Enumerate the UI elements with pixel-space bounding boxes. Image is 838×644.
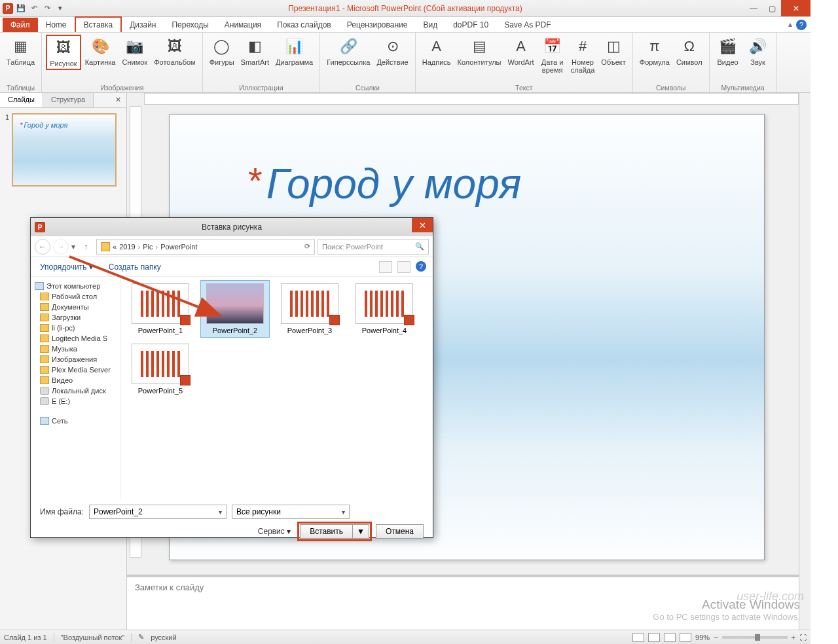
tree-item[interactable]: Logitech Media S xyxy=(33,333,118,344)
qat-more-icon[interactable]: ▾ xyxy=(55,3,65,14)
title-bar: P 💾 ↶ ↷ ▾ Презентация1 - Microsoft Power… xyxy=(0,0,811,17)
preview-pane-icon[interactable] xyxy=(397,261,410,273)
insert-button[interactable]: Вставить▼ xyxy=(300,524,369,539)
file-item[interactable]: PowerPoint_3 xyxy=(276,281,344,337)
file-item[interactable]: PowerPoint_1 xyxy=(126,281,194,337)
tree-item[interactable]: Музыка xyxy=(33,344,118,354)
nav-up-icon[interactable]: ↑ xyxy=(78,239,94,255)
ribbon-действие[interactable]: ⊙Действие xyxy=(374,35,410,67)
ribbon-видео[interactable]: 🎬Видео xyxy=(714,35,742,67)
tab-transitions[interactable]: Переходы xyxy=(164,18,216,32)
help-icon[interactable]: ? xyxy=(796,20,807,30)
status-slide: Слайд 1 из 1 xyxy=(4,634,47,641)
ribbon-колонтитулы[interactable]: ▤Колонтитулы xyxy=(455,35,504,67)
status-language[interactable]: русский xyxy=(151,634,176,641)
ribbon-фотоальбом[interactable]: 🖼Фотоальбом xyxy=(151,35,198,67)
filename-input[interactable]: PowerPoint_2▾ xyxy=(89,505,227,519)
view-mode-icon[interactable] xyxy=(379,261,392,273)
zoom-slider[interactable] xyxy=(722,636,788,639)
ribbon-таблица[interactable]: ▦Таблица xyxy=(4,35,37,67)
ribbon-гиперссылка[interactable]: 🔗Гиперссылка xyxy=(324,35,373,67)
ribbon-фигуры[interactable]: ◯Фигуры xyxy=(207,35,237,67)
view-reading-icon[interactable] xyxy=(664,633,676,642)
ribbon-символ[interactable]: ΩСимвол xyxy=(674,35,705,67)
ribbon-дата-и-время[interactable]: 📅Дата и время xyxy=(538,35,567,75)
ribbon-рисунок[interactable]: 🖼Рисунок xyxy=(46,35,81,70)
minimize-button[interactable]: — xyxy=(744,0,763,16)
slide-thumbnail[interactable]: Город у моря xyxy=(12,113,117,187)
slide-title[interactable]: *Город у моря xyxy=(248,159,521,208)
path-box[interactable]: « 2019› Pic› PowerPoint ⟳ xyxy=(96,239,315,255)
ribbon-картинка[interactable]: 🎨Картинка xyxy=(82,35,118,67)
panel-close-icon[interactable]: ✕ xyxy=(110,93,126,107)
zoom-out-icon[interactable]: − xyxy=(714,634,718,641)
dialog-app-icon: P xyxy=(35,222,45,232)
tab-file[interactable]: Файл xyxy=(3,18,38,32)
tree-item[interactable]: Видео xyxy=(33,375,118,385)
tree-item[interactable]: E (E:) xyxy=(33,396,118,406)
tab-saveaspdf[interactable]: Save As PDF xyxy=(496,18,558,32)
dialog-close-button[interactable]: ✕ xyxy=(412,218,433,232)
tree-item[interactable]: li (li-pc) xyxy=(33,323,118,333)
tab-dopdf[interactable]: doPDF 10 xyxy=(445,18,496,32)
service-button[interactable]: Сервис ▾ xyxy=(258,527,291,536)
view-sorter-icon[interactable] xyxy=(648,633,660,642)
panel-tab-outline[interactable]: Структура xyxy=(43,93,94,107)
redo-icon[interactable]: ↷ xyxy=(42,3,52,14)
new-folder-button[interactable]: Создать папку xyxy=(109,262,161,272)
tab-animation[interactable]: Анимация xyxy=(217,18,269,32)
dialog-titlebar[interactable]: P Вставка рисунка ✕ xyxy=(31,218,433,236)
view-slideshow-icon[interactable] xyxy=(680,633,691,642)
status-zoom[interactable]: 99% xyxy=(695,634,710,641)
tab-insert[interactable]: Вставка xyxy=(75,16,122,32)
tree-item[interactable]: Документы xyxy=(33,302,118,312)
ribbon-icon: 🔊 xyxy=(748,36,769,57)
ribbon-smartart[interactable]: ◧SmartArt xyxy=(238,35,272,67)
tab-view[interactable]: Вид xyxy=(415,18,445,32)
tab-home[interactable]: Home xyxy=(38,18,75,32)
ribbon-номер-слайда[interactable]: #Номер слайда xyxy=(568,35,598,75)
file-item[interactable]: PowerPoint_4 xyxy=(350,281,418,337)
nav-forward-icon[interactable]: → xyxy=(53,239,69,255)
panel-tab-slides[interactable]: Слайды xyxy=(0,93,43,107)
ribbon-снимок[interactable]: 📷Снимок xyxy=(119,35,150,67)
file-thumbnail xyxy=(206,283,264,324)
search-input[interactable]: Поиск: PowerPoint 🔍 xyxy=(318,239,429,255)
tree-item[interactable]: Загрузки xyxy=(33,312,118,323)
dialog-help-icon[interactable]: ? xyxy=(416,261,426,272)
tree-item[interactable]: Plex Media Server xyxy=(33,365,118,375)
nav-back-icon[interactable]: ← xyxy=(35,239,50,255)
undo-icon[interactable]: ↶ xyxy=(29,3,39,14)
tree-item[interactable]: Изображения xyxy=(33,354,118,365)
tab-slideshow[interactable]: Показ слайдов xyxy=(269,18,339,32)
thumb-title: Город у моря xyxy=(20,121,67,129)
cancel-button[interactable]: Отмена xyxy=(376,524,424,539)
ribbon-надпись[interactable]: AНадпись xyxy=(420,35,454,67)
nav-hist-icon[interactable]: ▾ xyxy=(71,242,75,251)
ribbon-звук[interactable]: 🔊Звук xyxy=(744,35,773,67)
dialog-title: Вставка рисунка xyxy=(202,223,262,232)
view-normal-icon[interactable] xyxy=(632,633,644,642)
zoom-in-icon[interactable]: + xyxy=(792,634,795,641)
ribbon-формула[interactable]: πФормула xyxy=(637,35,672,67)
ribbon-диаграмма[interactable]: 📊Диаграмма xyxy=(273,35,316,67)
fit-to-window-icon[interactable]: ⛶ xyxy=(799,634,807,641)
file-item[interactable]: PowerPoint_2 xyxy=(201,281,269,337)
file-item[interactable]: PowerPoint_5 xyxy=(126,341,194,397)
filter-select[interactable]: Все рисунки▾ xyxy=(232,505,350,519)
maximize-button[interactable]: ▢ xyxy=(763,0,781,16)
tab-review[interactable]: Рецензирование xyxy=(339,18,416,32)
close-button[interactable]: ✕ xyxy=(781,0,811,16)
ribbon-collapse-icon[interactable]: ▴ xyxy=(788,20,792,30)
organize-button[interactable]: Упорядочить ▾ xyxy=(40,262,93,272)
ribbon-объект[interactable]: ◫Объект xyxy=(598,35,628,67)
save-icon[interactable]: 💾 xyxy=(16,3,26,14)
language-icon[interactable]: ✎ xyxy=(138,633,144,641)
tree-item[interactable]: Рабочий стол xyxy=(33,291,118,302)
ribbon-wordart[interactable]: AWordArt xyxy=(505,35,537,67)
tab-design[interactable]: Дизайн xyxy=(122,18,164,32)
folder-tree[interactable]: Этот компьютер Рабочий столДокументыЗагр… xyxy=(31,277,121,499)
tree-item[interactable]: Локальный диск xyxy=(33,385,118,396)
ribbon-icon: ◯ xyxy=(211,36,232,57)
vertical-scrollbar[interactable] xyxy=(799,93,811,630)
